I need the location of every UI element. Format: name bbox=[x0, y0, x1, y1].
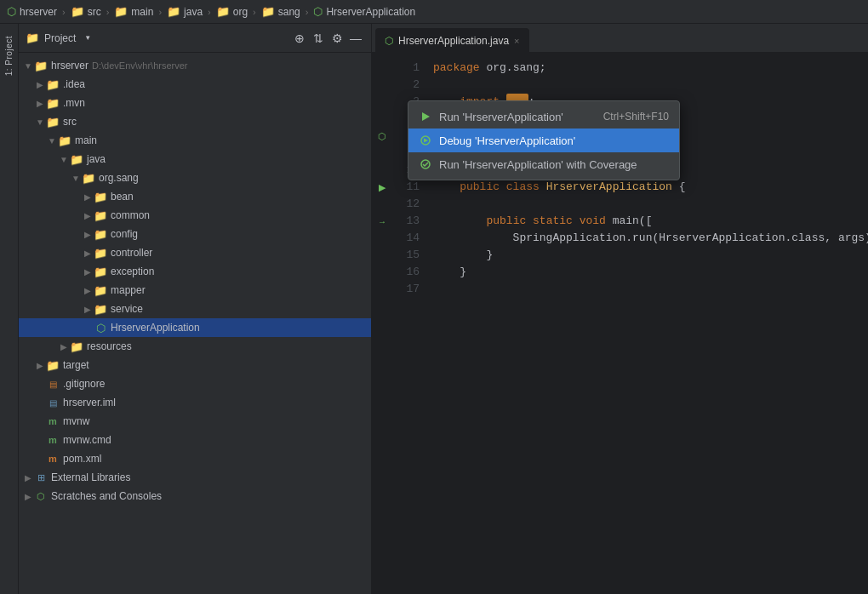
tree-item-bean[interactable]: ▶ 📁 bean bbox=[19, 187, 371, 206]
label-common: common bbox=[111, 209, 150, 221]
context-coverage-item[interactable]: Run 'HrserverApplication' with Coverage bbox=[408, 152, 679, 176]
scroll-button[interactable]: ⇅ bbox=[310, 30, 327, 47]
context-debug-item[interactable]: Debug 'HrserverApplication' bbox=[408, 129, 679, 152]
tree-item-controller[interactable]: ▶ 📁 controller bbox=[19, 243, 371, 262]
label-java: java bbox=[87, 153, 106, 165]
path-hrserver: D:\devEnv\vhr\hrserver bbox=[92, 60, 187, 71]
gutter-3 bbox=[372, 94, 392, 111]
context-run-shortcut: Ctrl+Shift+F10 bbox=[603, 111, 669, 123]
gutter-9 bbox=[372, 145, 392, 162]
title-class: ⬡ HrserverApplication bbox=[313, 5, 415, 18]
icon-scratches: ⬡ bbox=[34, 489, 48, 503]
file-tree: ▼ 📁 hrserver D:\devEnv\vhr\hrserver ▶ 📁 … bbox=[19, 53, 371, 594]
sep4: › bbox=[208, 7, 211, 17]
code-token: SpringApplication.run(HrserverApplicatio… bbox=[433, 230, 868, 247]
spring-gutter-icon[interactable]: ⬡ bbox=[378, 131, 386, 142]
title-org: 📁 org bbox=[216, 5, 248, 18]
tree-item-mapper[interactable]: ▶ 📁 mapper bbox=[19, 281, 371, 300]
tree-item-hrserver[interactable]: ▼ 📁 hrserver D:\devEnv\vhr\hrserver bbox=[19, 56, 371, 75]
tree-item-org-sang[interactable]: ▼ 📁 org.sang bbox=[19, 168, 371, 187]
label-mapper: mapper bbox=[111, 284, 146, 296]
run-gutter-icon[interactable]: ▶ bbox=[379, 182, 385, 193]
minimize-button[interactable]: — bbox=[347, 30, 364, 47]
sep3: › bbox=[158, 7, 162, 17]
context-coverage-label: Run 'HrserverApplication' with Coverage bbox=[439, 158, 637, 171]
code-area: ⬡ ▶ → 1 2 3 7 bbox=[372, 53, 868, 594]
svg-marker-0 bbox=[422, 112, 430, 121]
label-pom: pom.xml bbox=[63, 453, 101, 465]
tree-item-exception[interactable]: ▶ 📁 exception bbox=[19, 262, 371, 281]
folder-icon: 📁 bbox=[71, 5, 84, 18]
tree-item-ext-libs[interactable]: ▶ ⊞ External Libraries bbox=[19, 468, 371, 487]
editor-panel: ⬡ HrserverApplication.java × ⬡ ▶ bbox=[372, 24, 868, 594]
tree-item-common[interactable]: ▶ 📁 common bbox=[19, 206, 371, 225]
tree-item-resources[interactable]: ▶ 📁 resources bbox=[19, 337, 371, 356]
folder-icon-5: 📁 bbox=[261, 5, 275, 18]
project-panel-header: 📁 Project ▼ ⊕ ⇅ ⚙ — bbox=[19, 24, 371, 53]
icon-exception: 📁 bbox=[94, 265, 107, 278]
code-line-1: package org.sang; bbox=[426, 60, 868, 77]
tree-item-hrserver-app[interactable]: ⬡ HrserverApplication bbox=[19, 318, 371, 337]
tree-item-pom[interactable]: m pom.xml bbox=[19, 449, 371, 468]
gutter-10 bbox=[372, 162, 392, 179]
folder-icon-3: 📁 bbox=[167, 5, 180, 18]
arrow-common: ▶ bbox=[82, 209, 94, 221]
title-project-label: hrserver bbox=[20, 6, 57, 18]
arrow-resources: ▶ bbox=[58, 340, 70, 352]
icon-target: 📁 bbox=[46, 358, 60, 372]
gutter-13: → bbox=[372, 213, 392, 230]
add-button[interactable]: ⊕ bbox=[291, 30, 308, 47]
label-scratches: Scratches and Consoles bbox=[51, 490, 162, 502]
context-run-label: Run 'HrserverApplication' bbox=[439, 111, 563, 123]
icon-service: 📁 bbox=[94, 302, 107, 316]
tree-item-mvnw-cmd[interactable]: m mvnw.cmd bbox=[19, 431, 371, 449]
code-line-17 bbox=[426, 281, 868, 298]
settings-button[interactable]: ⚙ bbox=[328, 30, 345, 47]
tree-item-target[interactable]: ▶ 📁 target bbox=[19, 356, 371, 374]
title-class-label: HrserverApplication bbox=[326, 6, 415, 18]
project-panel-label[interactable]: 1: Project bbox=[3, 31, 15, 81]
code-line-11: public class HrserverApplication { bbox=[426, 179, 868, 196]
line-num-1: 1 bbox=[392, 60, 420, 77]
folder-icon-4: 📁 bbox=[216, 5, 230, 18]
gutter-2 bbox=[372, 77, 392, 94]
project-header-title: Project bbox=[44, 32, 76, 44]
label-mvn: .mvn bbox=[63, 97, 85, 109]
code-line-12 bbox=[426, 196, 868, 213]
label-hrserver-app: HrserverApplication bbox=[111, 322, 200, 334]
tree-item-config[interactable]: ▶ 📁 config bbox=[19, 225, 371, 243]
tree-item-iml[interactable]: ▤ hrserver.iml bbox=[19, 393, 371, 412]
tree-item-gitignore[interactable]: ▤ .gitignore bbox=[19, 374, 371, 393]
line-num-11: 11 bbox=[392, 179, 420, 196]
label-iml: hrserver.iml bbox=[63, 397, 116, 408]
tab-close-button[interactable]: × bbox=[514, 36, 519, 46]
sep1: › bbox=[62, 7, 66, 17]
title-main-label: main bbox=[131, 6, 153, 18]
tree-item-service[interactable]: ▶ 📁 service bbox=[19, 300, 371, 318]
icon-controller: 📁 bbox=[94, 246, 107, 260]
tab-hrserver-app[interactable]: ⬡ HrserverApplication.java × bbox=[375, 28, 529, 52]
code-token: package bbox=[433, 60, 486, 77]
sep5: › bbox=[253, 7, 256, 17]
label-config: config bbox=[111, 228, 138, 240]
title-src: 📁 src bbox=[71, 5, 101, 18]
icon-idea: 📁 bbox=[46, 77, 60, 91]
arrow-bean: ▶ bbox=[82, 191, 94, 203]
code-line-13: public static void main([ bbox=[426, 213, 868, 230]
label-resources: resources bbox=[87, 340, 132, 352]
tree-item-java[interactable]: ▼ 📁 java bbox=[19, 150, 371, 168]
tree-item-src[interactable]: ▼ 📁 src bbox=[19, 112, 371, 131]
context-run-item[interactable]: Run 'HrserverApplication' Ctrl+Shift+F10 bbox=[408, 105, 679, 129]
tree-item-mvn[interactable]: ▶ 📁 .mvn bbox=[19, 94, 371, 112]
main-area: 1: Project 📁 Project ▼ ⊕ ⇅ ⚙ — ▼ 📁 hrser… bbox=[0, 24, 868, 594]
arrow-idea: ▶ bbox=[34, 78, 46, 90]
arrow-java: ▼ bbox=[58, 153, 70, 165]
label-gitignore: .gitignore bbox=[63, 378, 105, 390]
tree-item-mvnw[interactable]: m mvnw bbox=[19, 412, 371, 431]
tree-item-scratches[interactable]: ▶ ⬡ Scratches and Consoles bbox=[19, 487, 371, 505]
project-chevron-icon[interactable]: ▼ bbox=[84, 34, 91, 42]
arrow-ext-libs: ▶ bbox=[22, 471, 34, 483]
tree-item-main[interactable]: ▼ 📁 main bbox=[19, 131, 371, 150]
code-line-14: SpringApplication.run(HrserverApplicatio… bbox=[426, 230, 868, 247]
tree-item-idea[interactable]: ▶ 📁 .idea bbox=[19, 75, 371, 94]
